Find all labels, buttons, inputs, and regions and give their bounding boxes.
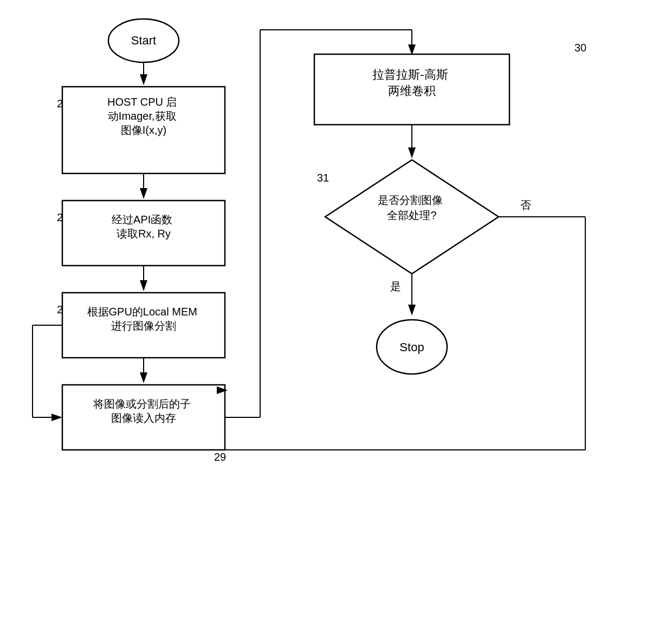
label-29: 29	[214, 451, 226, 463]
diagram-container: Start 26 HOST CPU 启 动Imager,获取 图像I(x,y) …	[0, 0, 672, 619]
start-label: Start	[131, 34, 156, 47]
no-label: 否	[520, 199, 531, 211]
yes-label: 是	[390, 280, 401, 292]
label-30: 30	[574, 42, 586, 54]
label-31: 31	[317, 172, 329, 184]
stop-label: Stop	[399, 340, 424, 354]
